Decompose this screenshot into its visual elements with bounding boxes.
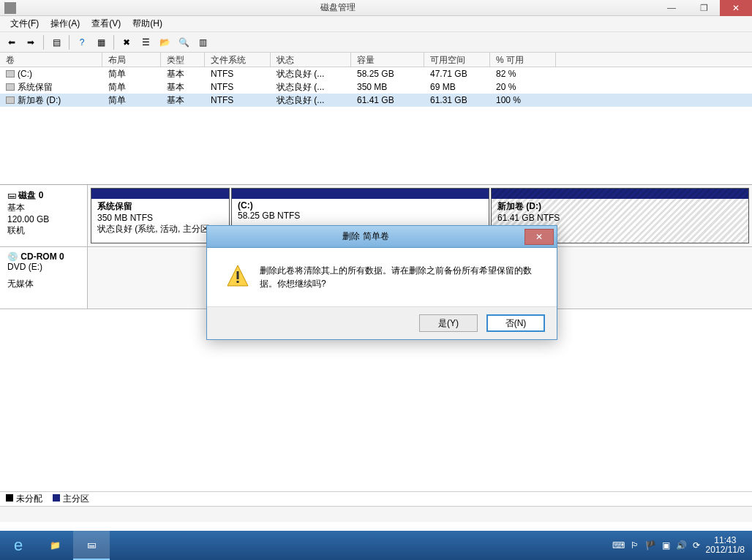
clock[interactable]: 11:43 2012/11/8 xyxy=(706,536,745,555)
volume-row[interactable]: 系统保留 简单 基本 NTFS 状态良好 (... 350 MB 69 MB 2… xyxy=(0,80,752,94)
legend-swatch-primary xyxy=(53,494,60,502)
drive-icon xyxy=(6,83,15,91)
col-fs[interactable]: 文件系统 xyxy=(205,53,271,67)
legend-swatch-unallocated xyxy=(6,494,13,502)
menu-help[interactable]: 帮助(H) xyxy=(127,16,168,31)
tray-action-icon[interactable]: 🏴 xyxy=(645,540,656,550)
title-bar: 磁盘管理 — ❐ ✕ xyxy=(0,0,752,16)
separator xyxy=(43,35,44,50)
delete-volume-dialog: 删除 简单卷 ✕ 删除此卷将清除其上的所有数据。请在删除之前备份所有希望保留的数… xyxy=(206,225,557,340)
forward-button[interactable]: ➡ xyxy=(22,34,40,51)
vol-name: 新加卷 (D:) xyxy=(18,95,61,105)
dialog-message: 删除此卷将清除其上的所有数据。请在删除之前备份所有希望保留的数据。你想继续吗? xyxy=(260,264,538,290)
column-headers[interactable]: 卷 布局 类型 文件系统 状态 容量 可用空间 % 可用 xyxy=(0,53,752,67)
taskbar-explorer-icon[interactable]: 📁 xyxy=(37,531,73,560)
keyboard-icon[interactable]: ⌨ xyxy=(612,540,625,550)
open-button[interactable]: 📂 xyxy=(156,34,173,51)
system-tray[interactable]: ⌨ 🏳 🏴 ▣ 🔊 ⟳ 11:43 2012/11/8 xyxy=(605,536,752,555)
toolbar: ⬅ ➡ ▤ ? ▦ ✖ ☰ 📂 🔍 ▥ xyxy=(0,32,752,53)
cdrom-info[interactable]: 💿 CD-ROM 0 DVD (E:) 无媒体 xyxy=(0,247,88,309)
view-list-button[interactable]: ▤ xyxy=(48,34,65,51)
col-pct[interactable]: % 可用 xyxy=(490,53,556,67)
tray-flag-icon[interactable]: 🏳 xyxy=(631,540,639,550)
vol-name: (C:) xyxy=(18,69,32,79)
delete-button[interactable]: ✖ xyxy=(118,34,135,51)
app-icon xyxy=(4,2,16,14)
col-capacity[interactable]: 容量 xyxy=(351,53,424,67)
separator xyxy=(69,35,69,50)
minimize-button[interactable]: — xyxy=(655,0,688,16)
drive-icon xyxy=(6,97,15,104)
sync-icon[interactable]: ⟳ xyxy=(693,540,700,550)
network-icon[interactable]: ▣ xyxy=(662,540,670,550)
dialog-titlebar[interactable]: 删除 简单卷 ✕ xyxy=(207,226,557,248)
cdrom-label: CD-ROM 0 xyxy=(20,251,64,262)
menu-action[interactable]: 操作(A) xyxy=(45,16,86,31)
svg-rect-1 xyxy=(237,271,239,279)
dialog-title: 删除 简单卷 xyxy=(207,230,524,243)
col-layout[interactable]: 布局 xyxy=(102,53,161,67)
dialog-yes-button[interactable]: 是(Y) xyxy=(419,314,478,332)
disk-info[interactable]: 🖴 磁盘 0 基本 120.00 GB 联机 xyxy=(0,185,88,246)
status-bar xyxy=(0,506,752,522)
properties-button[interactable]: ☰ xyxy=(137,34,154,51)
taskbar-diskmgmt-icon[interactable]: 🖴 xyxy=(73,531,110,560)
taskbar[interactable]: e 📁 🖴 ⌨ 🏳 🏴 ▣ 🔊 ⟳ 11:43 2012/11/8 xyxy=(0,531,752,560)
help-button[interactable]: ? xyxy=(73,34,91,51)
col-volume[interactable]: 卷 xyxy=(0,53,102,67)
separator xyxy=(113,35,114,50)
disk-label: 磁盘 0 xyxy=(18,190,43,200)
volume-row-selected[interactable]: 新加卷 (D:) 简单 基本 NTFS 状态良好 (... 61.41 GB 6… xyxy=(0,94,752,107)
list-button[interactable]: ▥ xyxy=(194,34,211,51)
dialog-no-button[interactable]: 否(N) xyxy=(486,314,545,332)
drive-icon xyxy=(6,70,15,77)
menu-view[interactable]: 查看(V) xyxy=(86,16,127,31)
volume-list[interactable]: 卷 布局 类型 文件系统 状态 容量 可用空间 % 可用 (C:) 简单 基本 … xyxy=(0,53,752,184)
window-title: 磁盘管理 xyxy=(20,1,655,14)
volume-icon[interactable]: 🔊 xyxy=(676,540,687,550)
volume-row[interactable]: (C:) 简单 基本 NTFS 状态良好 (... 58.25 GB 47.71… xyxy=(0,67,752,80)
dialog-close-button[interactable]: ✕ xyxy=(524,229,554,245)
menu-bar: 文件(F) 操作(A) 查看(V) 帮助(H) xyxy=(0,16,752,32)
maximize-button[interactable]: ❐ xyxy=(688,0,720,16)
col-status[interactable]: 状态 xyxy=(271,53,351,67)
col-free[interactable]: 可用空间 xyxy=(424,53,490,67)
close-button[interactable]: ✕ xyxy=(720,0,752,16)
svg-rect-2 xyxy=(237,281,239,283)
col-type[interactable]: 类型 xyxy=(161,53,205,67)
warning-icon xyxy=(226,264,249,287)
legend: 未分配 主分区 xyxy=(0,491,752,506)
taskbar-ie-icon[interactable]: e xyxy=(0,531,37,560)
vol-name: 系统保留 xyxy=(18,82,53,92)
refresh-button[interactable]: ▦ xyxy=(92,34,110,51)
back-button[interactable]: ⬅ xyxy=(3,34,20,51)
rescan-button[interactable]: 🔍 xyxy=(175,34,192,51)
menu-file[interactable]: 文件(F) xyxy=(4,16,45,31)
